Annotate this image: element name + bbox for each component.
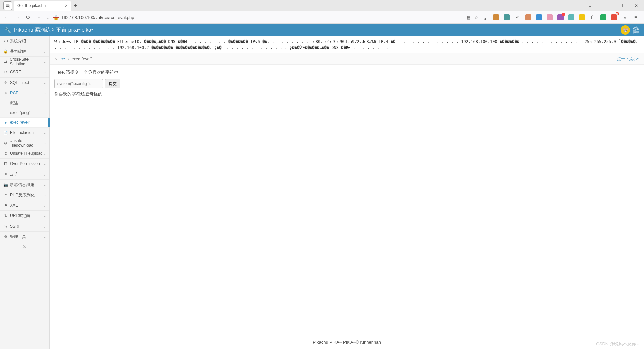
sidebar-collapse-button[interactable]: ⦿ — [0, 242, 49, 251]
breadcrumb-current: exec "eval" — [72, 57, 92, 61]
window-close-icon[interactable]: ✕ — [629, 0, 644, 11]
breadcrumb-rce-link[interactable]: rce — [59, 57, 65, 61]
sidebar-item-bruteforce[interactable]: 🔒暴力破解⌄ — [0, 46, 49, 57]
recent-tabs-icon[interactable]: ▤ — [3, 1, 12, 10]
sidebar-item-xxe[interactable]: ⚑XXE⌄ — [0, 200, 49, 211]
chevron-down-icon: ⌄ — [43, 141, 46, 145]
nav-back-icon[interactable]: ← — [3, 15, 10, 20]
sidebar-item-rce[interactable]: ✎RCE⌄ — [0, 88, 49, 98]
ext-icon-3[interactable] — [525, 14, 531, 20]
chevron-down-icon: ⌄ — [43, 81, 46, 85]
window-controls: ⌄ — ☐ ✕ — [582, 0, 644, 11]
sidebar-item-unserialize[interactable]: ≡PHP反序列化⌄ — [0, 190, 49, 200]
sidebar-item-sqli[interactable]: ✈SQL-Inject⌄ — [0, 78, 49, 88]
xss-icon: ⇄ — [3, 60, 8, 64]
sidebar-item-overperm[interactable]: ITOver Permission⌄ — [0, 159, 49, 169]
sidebar-item-xss[interactable]: ⇄Cross-Site Scripting⌄ — [0, 57, 49, 67]
flag-icon: ⚑ — [3, 203, 8, 208]
qr-icon[interactable]: ▦ — [466, 15, 470, 20]
ext-icon-8[interactable] — [579, 14, 585, 20]
sidebar-item-intro[interactable]: 🏷系统介绍 — [0, 36, 49, 46]
nav-forward-icon[interactable]: → — [14, 15, 21, 20]
main-layout: 🏷系统介绍 🔒暴力破解⌄ ⇄Cross-Site Scripting⌄ ⟳CSR… — [0, 36, 644, 349]
list-icon: ≡ — [3, 172, 8, 176]
sidebar-item-urlredir[interactable]: ↻URL重定向⌄ — [0, 211, 49, 221]
payload-input[interactable] — [54, 79, 103, 88]
toolbar-overflow-icon[interactable]: » — [622, 14, 628, 20]
browser-chrome: ▤ Get the pikachu × + ⌄ — ☐ ✕ ← → ⟳ ⌂ 🛡 … — [0, 0, 644, 24]
input-row: 提交 — [54, 79, 639, 88]
sidebar-sub-overview[interactable]: 概述 — [0, 98, 49, 108]
toolbar-extensions: ⭳ ↶ 🗒 » ≡ — [482, 14, 641, 20]
lock-icon: 🔒 — [3, 49, 8, 54]
ext-icon-9[interactable] — [600, 14, 606, 20]
nav-reload-icon[interactable]: ⟳ — [25, 14, 32, 20]
tag-icon: 🏷 — [3, 39, 8, 43]
app-title: Pikachu 漏洞练习平台 pika~pika~ — [14, 27, 94, 34]
camera-icon: 📷 — [3, 183, 8, 187]
chevron-down-icon: ⌄ — [43, 152, 46, 155]
insecure-lock-icon[interactable]: 🔒 — [53, 15, 59, 20]
sidebar-item-ssrf[interactable]: ⇆SSRF⌄ — [0, 221, 49, 232]
sidebar-item-infoleak[interactable]: 📷敏感信息泄露⌄ — [0, 180, 49, 190]
command-output: Windows IP ���� ��������� Ethernet0: ���… — [50, 36, 644, 53]
window-maximize-icon[interactable]: ☐ — [613, 0, 629, 11]
refresh-icon: ↻ — [3, 214, 8, 218]
sidebar-item-csrf[interactable]: ⟳CSRF⌄ — [0, 67, 49, 78]
content-area: Windows IP ���� ��������� Ethernet0: ���… — [50, 36, 644, 349]
download-icon[interactable]: ⭳ — [482, 14, 488, 20]
sidebar-item-traversal[interactable]: ≡../../⌄ — [0, 169, 49, 180]
chevron-down-icon: ⌄ — [43, 214, 46, 218]
window-minimize-icon[interactable]: — — [598, 0, 613, 11]
ext-icon-1[interactable] — [493, 14, 499, 20]
url-box[interactable]: 🛡 🔒 192.168.100.100/vul/rce/rce_eval.php — [46, 15, 462, 20]
hint-link[interactable]: 点一下提示~ — [617, 56, 639, 62]
welcome-text: 欢迎骚年 — [633, 26, 639, 34]
ext-icon-7[interactable] — [568, 14, 574, 20]
ban-icon: ⊘ — [3, 151, 8, 156]
ext-icon-note[interactable]: 🗒 — [590, 14, 596, 20]
chevron-down-icon: ⌄ — [43, 235, 46, 239]
home-icon[interactable]: ⌂ — [54, 57, 57, 61]
breadcrumb: ⌂ rce › exec "eval" 点一下提示~ — [50, 53, 644, 65]
tab-title: Get the pikachu — [17, 3, 46, 8]
avatar-icon[interactable]: 🐭 — [621, 25, 630, 35]
gear-icon: ⚙ — [3, 235, 8, 239]
ban-icon: ⊘ — [3, 141, 8, 145]
chevron-down-icon: ⌄ — [43, 162, 46, 166]
window-chevron-icon[interactable]: ⌄ — [582, 0, 598, 11]
breadcrumb-sep: › — [68, 57, 69, 61]
ext-icon-6[interactable] — [557, 14, 564, 20]
sidebar-sub-ping[interactable]: exec "ping" — [0, 108, 49, 118]
it-icon: IT — [3, 162, 8, 166]
hamburger-menu-icon[interactable]: ≡ — [633, 14, 639, 20]
sidebar-item-admin[interactable]: ⚙管理工具⌄ — [0, 232, 49, 242]
ext-icon-arrow[interactable]: ↶ — [515, 14, 521, 20]
sidebar-item-fileinc[interactable]: 📄File Inclusion⌄ — [0, 128, 49, 138]
sidebar-item-fileup[interactable]: ⊘Unsafe Fileupload⌄ — [0, 148, 49, 159]
sidebar-item-filedown[interactable]: ⊘Unsafe Filedownload⌄ — [0, 138, 49, 148]
chevron-down-icon: ⌄ — [43, 50, 46, 53]
sidebar-sub-eval[interactable]: exec "evel" — [0, 118, 49, 128]
bookmark-star-icon[interactable]: ☆ — [474, 15, 478, 20]
tab-close-icon[interactable]: × — [65, 3, 68, 8]
chevron-down-icon: ⌄ — [43, 91, 46, 95]
nav-home-icon[interactable]: ⌂ — [36, 15, 42, 20]
plane-icon: ✈ — [3, 81, 8, 85]
footer: Pikachu PIKA~ PIKA~© runner.han — [50, 335, 644, 349]
chevron-down-icon: ⌄ — [43, 131, 46, 135]
submit-button[interactable]: 提交 — [105, 79, 120, 88]
ext-icon-10[interactable] — [611, 14, 617, 20]
pencil-icon: ✎ — [3, 91, 8, 95]
new-tab-button[interactable]: + — [74, 2, 77, 9]
tab-bar: ▤ Get the pikachu × + ⌄ — ☐ ✕ — [0, 0, 644, 11]
chevron-down-icon: ⌄ — [43, 204, 46, 207]
ext-icon-2[interactable] — [504, 14, 510, 20]
ext-icon-5[interactable] — [547, 14, 553, 20]
file-icon: 📄 — [3, 131, 8, 135]
ext-icon-4[interactable] — [536, 14, 542, 20]
browser-tab[interactable]: Get the pikachu × — [14, 1, 71, 11]
shield-icon[interactable]: 🛡 — [46, 15, 51, 20]
sidebar: 🏷系统介绍 🔒暴力破解⌄ ⇄Cross-Site Scripting⌄ ⟳CSR… — [0, 36, 50, 349]
result-text: 你喜欢的字符还挺奇怪的! — [54, 91, 639, 97]
